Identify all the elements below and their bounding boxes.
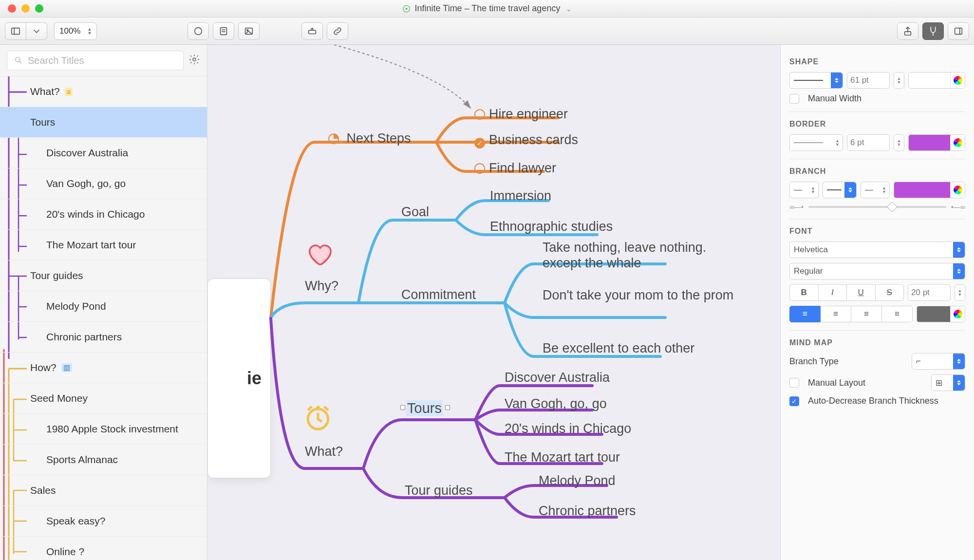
outline-item[interactable]: Van Gogh, go, go <box>0 168 207 199</box>
node-next-steps[interactable]: Next Steps <box>328 131 411 146</box>
shape-color[interactable] <box>908 72 965 89</box>
branch-type-combo[interactable]: ⌐ <box>912 353 965 370</box>
align-right-button[interactable]: ≡ <box>851 306 882 322</box>
bold-button[interactable]: B <box>789 284 819 301</box>
node-commitment[interactable]: Commitment <box>401 287 476 302</box>
svg-rect-5 <box>221 27 227 35</box>
outline-item[interactable]: Chronic partners <box>0 322 207 353</box>
note-button[interactable] <box>213 22 234 40</box>
strike-button[interactable]: S <box>876 284 904 301</box>
outline-item[interactable]: 20's winds in Chicago <box>0 199 207 230</box>
inspector-toggle-button[interactable] <box>922 22 944 40</box>
window-minimize-button[interactable] <box>21 4 30 13</box>
font-style-combo[interactable]: Regular <box>789 263 965 280</box>
svg-line-20 <box>19 61 21 63</box>
link-button[interactable] <box>327 22 348 40</box>
align-left-button[interactable]: ≡ <box>789 306 821 322</box>
window-zoom-button[interactable] <box>35 4 43 13</box>
outline-item[interactable]: The Mozart tart tour <box>0 230 207 261</box>
align-justify-button[interactable]: ≡ <box>882 306 913 322</box>
auto-decrease-checkbox[interactable]: ✓ <box>789 396 799 406</box>
node[interactable]: Discover Australia <box>505 370 610 385</box>
outline-item[interactable]: Speak easy? <box>0 506 207 537</box>
branch-color[interactable] <box>894 182 965 198</box>
titlebar: Infinite Time – The time travel agency ⌄ <box>0 0 974 18</box>
shape-style-combo[interactable] <box>789 72 843 89</box>
node-goal[interactable]: Goal <box>401 205 429 220</box>
border-color[interactable] <box>908 134 965 151</box>
selection-handle[interactable] <box>445 405 450 410</box>
selection-handle[interactable] <box>400 405 405 410</box>
border-style-combo[interactable]: ▲▼ <box>789 134 843 151</box>
node[interactable]: Ethnographic studies <box>490 219 613 234</box>
node-task[interactable]: ✓Business cards <box>474 132 578 149</box>
outline: What?≡ Tours Discover Australia Van Gogh… <box>0 76 207 560</box>
font-family-combo[interactable]: Helvetica <box>789 242 965 258</box>
outline-item[interactable]: Sports Almanac <box>0 445 207 475</box>
node[interactable]: The Mozart tart tour <box>505 450 620 465</box>
border-width-field[interactable]: 6 pt <box>847 134 890 151</box>
font-color[interactable] <box>917 306 965 322</box>
auto-decrease-label: Auto-Decrease Branch Thickness <box>808 396 938 406</box>
node[interactable]: Be excellent to each other <box>543 341 694 356</box>
outline-item[interactable]: Sales <box>0 475 207 506</box>
outline-item[interactable]: Discover Australia <box>0 138 207 168</box>
node-tourguides[interactable]: Tour guides <box>405 483 473 498</box>
outline-item[interactable]: Melody Pond <box>0 291 207 322</box>
window-close-button[interactable] <box>8 4 16 13</box>
share-button[interactable] <box>897 22 918 40</box>
node-tours-selected[interactable]: Tours <box>406 400 443 416</box>
branch-thickness-slider[interactable]: ∞—• •—∞ <box>789 203 965 211</box>
outline-item[interactable]: 1980 Apple Stock investment <box>0 414 207 445</box>
branch-end-combo[interactable]: —▲▼ <box>861 182 890 198</box>
task-circle-button[interactable] <box>187 22 209 40</box>
sidebar-mode-button[interactable] <box>26 22 47 40</box>
node[interactable]: Immersion <box>490 188 551 204</box>
section-shape: SHAPE <box>789 57 965 66</box>
stepper[interactable]: ▲▼ <box>955 284 965 301</box>
layout-combo[interactable]: ⊞ <box>931 374 965 391</box>
node-what[interactable]: What? <box>305 444 343 459</box>
shape-width-field[interactable]: 61 pt <box>847 72 890 89</box>
outline-item-tours[interactable]: Tours <box>0 107 207 138</box>
node[interactable]: 20's winds in Chicago <box>505 421 631 436</box>
outline-item-what[interactable]: What?≡ <box>0 76 207 107</box>
search-icon <box>14 56 23 65</box>
sidebar-toggle-button[interactable] <box>5 22 26 40</box>
svg-point-4 <box>195 27 202 35</box>
manual-width-checkbox[interactable] <box>789 94 799 104</box>
svg-rect-10 <box>309 30 316 34</box>
stepper[interactable]: ▲▼ <box>894 134 904 151</box>
manual-layout-checkbox[interactable] <box>789 378 799 388</box>
outline-item[interactable]: Online ? <box>0 537 207 560</box>
outline-item[interactable]: Tour guides <box>0 261 207 291</box>
node-task[interactable]: Hire engineer <box>474 107 568 122</box>
branch-line-combo[interactable] <box>823 182 857 198</box>
underline-button[interactable]: U <box>847 284 876 301</box>
align-center-button[interactable]: ≡ <box>821 306 851 322</box>
node[interactable]: Melody Pond <box>539 473 616 488</box>
settings-button[interactable] <box>188 54 200 68</box>
italic-button[interactable]: I <box>819 284 847 301</box>
knot-icon: ∞—• <box>789 203 804 211</box>
image-button[interactable] <box>238 22 260 40</box>
document-title[interactable]: Infinite Time – The time travel agency ⌄ <box>402 3 572 14</box>
svg-point-21 <box>193 58 196 61</box>
branch-start-combo[interactable]: —▲▼ <box>789 182 819 198</box>
outline-item[interactable]: Seed Money <box>0 383 207 414</box>
mindmap-canvas[interactable]: ie <box>207 45 780 560</box>
node[interactable]: Take nothing, leave nothing. except the … <box>543 240 737 271</box>
svg-point-9 <box>247 29 248 31</box>
node-task[interactable]: Find lawyer <box>474 161 556 176</box>
zoom-combo[interactable]: 100% ▲▼ <box>54 22 97 40</box>
node[interactable]: Chronic partners <box>539 504 636 519</box>
stepper[interactable]: ▲▼ <box>894 72 904 89</box>
panels-button[interactable] <box>948 22 969 40</box>
font-size-field[interactable]: 20 pt <box>908 284 951 301</box>
outline-item-how[interactable]: How?▥ <box>0 353 207 383</box>
add-node-button[interactable] <box>301 22 323 40</box>
node-why[interactable]: Why? <box>305 279 338 294</box>
search-input[interactable]: Search Titles <box>7 51 184 70</box>
node[interactable]: Van Gogh, go, go <box>505 396 607 411</box>
node[interactable]: Don't take your mom to the prom <box>543 287 737 303</box>
